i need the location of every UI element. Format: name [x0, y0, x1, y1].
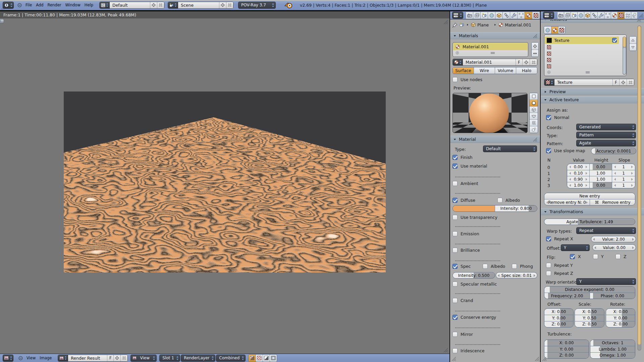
new-material-button[interactable] [522, 59, 530, 65]
decrement-arrow[interactable] [614, 166, 616, 168]
texture-list-scrollbar-thumb[interactable] [623, 37, 626, 47]
flip-y-checkbox-box[interactable] [593, 254, 598, 259]
texture-slot-item[interactable]: Texture [545, 37, 619, 44]
view-mode-select[interactable]: View [130, 355, 157, 362]
rotate-y-slider[interactable]: Y: 0.00 [606, 315, 635, 321]
flip-z-checkbox[interactable]: Z [615, 254, 627, 259]
channel-luminance-button[interactable] [263, 355, 270, 362]
material-panel-header[interactable]: Material [450, 136, 540, 143]
frequency-slider[interactable]: Frequency: 2.00 [544, 293, 590, 299]
decrement-arrow[interactable] [569, 166, 571, 168]
flip-x-checkbox[interactable]: X [570, 254, 581, 259]
preview-sky-button[interactable] [530, 126, 538, 133]
texture-type-select[interactable]: Pattern [576, 132, 636, 138]
repeat-y-checkbox[interactable]: Repeat Y [546, 263, 573, 268]
flip-z-checkbox-box[interactable] [615, 254, 621, 259]
collapse-menus-icon[interactable] [18, 356, 23, 361]
offset-axis-select[interactable]: Y [561, 244, 590, 251]
unlink-texture-button[interactable] [627, 79, 634, 85]
increment-arrow[interactable] [631, 184, 633, 187]
increment-arrow[interactable] [631, 178, 633, 181]
corner-grip-icon[interactable] [0, 5, 5, 10]
area-corner-grip[interactable] [541, 356, 547, 361]
accuracy-slider[interactable]: Accuracy: 0.0001 [591, 148, 636, 154]
iridescence-checkbox[interactable]: Iridescence [452, 348, 484, 353]
tab-modifiers[interactable] [597, 12, 604, 19]
tab-object[interactable] [495, 12, 502, 19]
pattern-select[interactable]: Agate [576, 140, 636, 146]
increment-arrow[interactable] [586, 184, 587, 187]
tab-modifiers[interactable] [510, 12, 517, 19]
tab-constraints[interactable] [502, 12, 510, 19]
specular-metallic-checkbox-box[interactable] [452, 282, 458, 287]
offset-z-slider[interactable]: Z: 0.00 [544, 321, 573, 327]
specular-metallic-checkbox[interactable]: Specular metallic [452, 282, 497, 287]
tab-material[interactable] [611, 12, 618, 19]
preview-hair-button[interactable] [530, 119, 538, 126]
area-corner-grip[interactable] [534, 356, 539, 361]
menu-item[interactable]: File [23, 0, 34, 10]
image-browse[interactable] [58, 355, 68, 361]
menu-item[interactable]: Render [46, 0, 63, 10]
mode-surface-button[interactable]: Surface [453, 67, 474, 74]
slope-slope-field[interactable]: 1 [612, 170, 635, 176]
mirror-checkbox-box[interactable] [452, 332, 458, 337]
spec-checkbox-box[interactable] [452, 264, 458, 269]
conserve-energy-checkbox-box[interactable] [452, 315, 458, 320]
octaves-slider[interactable]: Octaves: 1 [590, 340, 635, 346]
render-engine-select[interactable]: POV-Ray 3.7 [238, 2, 276, 9]
texture-list-scrollbar[interactable] [623, 37, 626, 75]
increment-arrow[interactable] [586, 178, 587, 181]
menu-item[interactable]: Window [63, 0, 82, 10]
phase-slider[interactable]: Phase: 0.00 [590, 293, 635, 299]
slope-value-field[interactable]: 0.00 [567, 164, 589, 170]
slope-value-field[interactable]: 0.10 [567, 170, 589, 176]
tab-object-data[interactable] [517, 12, 525, 19]
render-layer-select[interactable]: RenderLayer [181, 355, 215, 362]
editor-type-button[interactable] [452, 12, 463, 19]
spec-intensity-slider[interactable]: Intensity: 0.500 [452, 272, 495, 279]
omega-slider[interactable]: Omega: 1.00 [590, 352, 635, 358]
slope-slope-field[interactable]: 1 [612, 164, 635, 170]
increment-arrow[interactable] [631, 172, 633, 175]
tab-material[interactable] [525, 12, 532, 19]
rendered-image[interactable] [64, 92, 386, 273]
diffuse-checkbox-box[interactable] [452, 198, 458, 203]
properties-scrollbar-thumb[interactable] [638, 26, 641, 345]
offset-x-slider[interactable]: X: 0.00 [544, 309, 573, 315]
agate-turbulence-slider[interactable]: Agate Turbulence: 1.49 [544, 219, 635, 225]
delete-scene-button[interactable] [226, 2, 233, 8]
slope-value-field[interactable]: 0.90 [567, 176, 589, 182]
menu-item[interactable]: Image [38, 353, 54, 362]
scene-browse[interactable] [168, 2, 178, 8]
mode-halo-button[interactable]: Halo [516, 67, 537, 74]
repeat-x-checkbox[interactable]: Repeat X [546, 236, 573, 241]
tab-object-data[interactable] [604, 12, 611, 19]
fake-user-button[interactable]: F [107, 355, 113, 361]
texture-context-other-button[interactable] [558, 26, 565, 34]
fake-user-button[interactable]: F [612, 79, 619, 85]
finish-checkbox[interactable]: Finish [452, 155, 473, 160]
distance-exponent-slider[interactable]: Distance exponent: 0.00 [544, 287, 635, 293]
menu-item[interactable]: View [24, 353, 38, 362]
use-transparency-checkbox-box[interactable] [452, 215, 458, 220]
preview-monkey-button[interactable] [530, 113, 538, 119]
increment-arrow[interactable] [586, 172, 587, 175]
warp-types-select[interactable]: Repeat [576, 227, 636, 234]
use-nodes-checkbox-box[interactable] [452, 77, 458, 82]
decrement-arrow[interactable] [614, 184, 616, 187]
slope-slope-field[interactable]: 1 [612, 176, 635, 182]
increment-arrow[interactable] [631, 166, 633, 168]
decrement-arrow[interactable] [594, 246, 596, 249]
increment-arrow[interactable] [632, 246, 634, 249]
slope-slope-field[interactable]: 1 [612, 182, 635, 188]
increment-arrow[interactable] [586, 166, 587, 168]
diffuse-color-swatch[interactable] [453, 205, 495, 212]
increment-arrow[interactable] [632, 238, 634, 241]
render-slot-select[interactable]: Slot 1 [159, 355, 180, 362]
coords-select[interactable]: Generated [576, 124, 636, 130]
slope-height-slider[interactable]: 1.00 [589, 170, 612, 176]
add-material-slot-button[interactable] [532, 43, 538, 50]
use-slope-map-checkbox-box[interactable] [546, 148, 551, 153]
texture-slot-empty[interactable] [545, 57, 626, 63]
